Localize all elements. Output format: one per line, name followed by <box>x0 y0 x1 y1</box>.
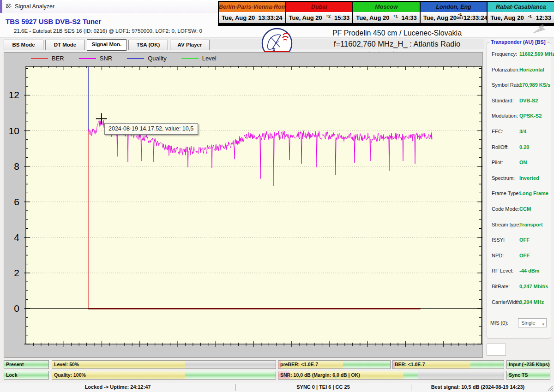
clock-hhmm: 15:33 <box>334 14 349 21</box>
svg-text:0: 0 <box>14 303 19 314</box>
clock-column: London, EngTue, Aug 20-1DST12:33:24 <box>420 2 487 25</box>
clock-offset-value: +1 <box>389 14 401 18</box>
transponder-value: Long Frame <box>519 190 548 196</box>
statusbar-sync: SYNC 0 | TEI 6 | CC 25 <box>235 382 411 392</box>
gauge-segment-green <box>403 371 418 379</box>
clock-date: Tue, Aug 20 <box>490 14 524 21</box>
clock-date: Tue, Aug 20 <box>222 14 255 21</box>
gauge-label: preBER: <1.0E-7 <box>280 361 318 368</box>
tuner-details: 21.6E - Eutelsat 21B SES 16 (ID: 0216) @… <box>14 28 202 34</box>
resize-grip[interactable] <box>548 386 553 391</box>
gauge-label: SNR: 10,0 dB (Margin: 6,0 dB | OK) <box>280 371 360 379</box>
svg-text:2: 2 <box>14 267 19 278</box>
transponder-label: Frame Type: <box>492 190 520 196</box>
clock-city: Moscow <box>353 2 420 12</box>
gauge-preber: preBER: <1.0E-7 <box>278 360 391 369</box>
clock-column: Berlin-Paris-Vienna-RomaTue, Aug 2013:33… <box>219 2 285 25</box>
window-title: Signal Analyzer <box>15 3 54 10</box>
mis-dropdown[interactable]: Single ▾ <box>518 318 547 327</box>
transponder-panel: Frequency:11602,569 MHzPolarization:Hori… <box>486 39 553 339</box>
clock-date: Tue, Aug 20 <box>289 14 322 21</box>
clock-city: Rabat-Casablanca <box>488 2 554 12</box>
clock-offset: -1DST <box>457 12 464 20</box>
clock-hhmm: 14:33 <box>402 14 417 21</box>
clock-time: Tue, Aug 20-1DST12:33:24 <box>421 12 487 23</box>
clock-city: Berlin-Paris-Vienna-Roma <box>219 2 285 12</box>
transponder-value: 0,247 Mbit/s <box>519 284 548 289</box>
gauge-ber: BER: <1.0E-7 <box>392 360 504 369</box>
transponder-fieldset: Frequency:11602,569 MHzPolarization:Hori… <box>487 42 551 339</box>
antenna-location-header: PF Prodelin 450 cm / Lucenec-Slovakia <box>295 29 499 37</box>
bottom-statusbar: Locked -> Uptime: 24:12:47 SYNC 0 | TEI … <box>0 382 554 392</box>
statusbar-divider <box>235 384 236 391</box>
transponder-label: Modulation: <box>492 113 518 119</box>
gauge-label: BER: <1.0E-7 <box>395 361 425 368</box>
transponder-value: OFF <box>519 237 530 243</box>
statusbar-divider <box>545 384 545 391</box>
statusbar-uptime: Locked -> Uptime: 24:12:47 <box>0 382 235 392</box>
tab-signal-mon-[interactable]: Signal Mon. <box>87 39 126 51</box>
tab-tsa-ok-[interactable]: TSA (OK) <box>128 40 168 50</box>
transponder-label: Pilot: <box>492 160 503 165</box>
gauge-label: Lock <box>6 371 18 379</box>
gauge-input-235-kbps-: Input (~235 Kbps) <box>506 360 550 369</box>
clock-offset: +1 <box>389 14 401 18</box>
tuner-name: TBS 5927 USB DVB-S2 Tuner <box>6 18 101 25</box>
transponder-label: CarrierWidth: <box>492 299 522 305</box>
svg-text:8: 8 <box>14 161 19 172</box>
transponder-value: 0,204 MHz <box>519 299 544 305</box>
gauge-segment-green <box>185 371 276 379</box>
transponder-label: Stream type: <box>492 222 520 227</box>
gauge-present: Present <box>4 360 49 369</box>
clock-column: Rabat-CasablancaTue, Aug 20-112:33 <box>487 2 554 25</box>
transponder-value: 170,989 KS/s <box>519 82 550 88</box>
transponder-label: Code Mode: <box>492 206 519 212</box>
transponder-value: Inverted <box>519 175 539 181</box>
signal-chart-panel: BERSNRQualityLevel 024681012 2024-08-19 … <box>4 52 483 358</box>
gauge-segment-silver <box>185 361 276 368</box>
transponder-value: 0.20 <box>519 144 529 150</box>
clock-column: DubaiTue, Aug 20+215:33 <box>285 2 353 25</box>
clock-date: Tue, Aug 20 <box>356 14 389 21</box>
satellite-dish-icon <box>5 3 12 10</box>
clock-time: Tue, Aug 20+114:33 <box>353 12 420 23</box>
tab-dt-mode[interactable]: DT Mode <box>45 40 85 50</box>
transponder-label: RollOff: <box>492 144 508 150</box>
gauge-label: Present <box>6 361 24 368</box>
gauge-label: Level: 50% <box>54 361 79 368</box>
transponder-value: 11602,569 MHz <box>519 51 554 57</box>
clock-offset-value: +2 <box>322 14 334 18</box>
transponder-label: Frequency: <box>492 51 517 57</box>
tab-av-player[interactable]: AV Player <box>170 40 210 50</box>
transponder-value: OFF <box>519 253 530 258</box>
signal-chart[interactable]: 024681012 <box>4 53 482 357</box>
clock-offset-value: -1 <box>524 14 536 18</box>
gauge-sync-ts: Sync TS <box>506 371 550 380</box>
clock-hhmm: 12:33 <box>536 14 551 21</box>
transponder-value: DVB-S2 <box>519 98 538 103</box>
mis-selected-value: Single <box>521 320 536 326</box>
transponder-label: Symbol Rate: <box>492 82 522 88</box>
transponder-value: Transport <box>519 222 543 227</box>
tab-bs-mode[interactable]: BS Mode <box>4 40 43 50</box>
transponder-value: ON <box>519 160 527 165</box>
clock-offset-sub: DST <box>457 16 464 20</box>
gauge-segments <box>52 361 276 368</box>
svg-text:6: 6 <box>14 196 19 207</box>
transponder-label: BitRate: <box>492 284 510 289</box>
chevron-down-icon: ▾ <box>542 320 544 328</box>
clock-offset: -1 <box>524 14 536 18</box>
transponder-value: QPSK-S2 <box>519 113 542 119</box>
gauge-level: Level: 50% <box>52 360 276 369</box>
transponder-value: 3/4 <box>519 129 526 134</box>
clock-time: Tue, Aug 20-112:33 <box>488 12 554 23</box>
chart-tooltip: 2024-08-19 14.17.52, value: 10,5 <box>104 123 198 135</box>
statusbar-best-signal: Best signal: 10,5 dB (2024-08-19 14:23) <box>411 382 545 392</box>
transponder-value: Horizontal <box>519 67 544 72</box>
clock-hhmm: 12:33:24 <box>464 14 488 21</box>
clock-date: Tue, Aug 20 <box>423 14 457 21</box>
gauge-label: Quality: 100% <box>54 371 86 379</box>
transponder-label: FEC: <box>492 129 503 134</box>
titlebar-accent-strip <box>0 0 2 13</box>
statusbar-divider <box>411 384 411 391</box>
